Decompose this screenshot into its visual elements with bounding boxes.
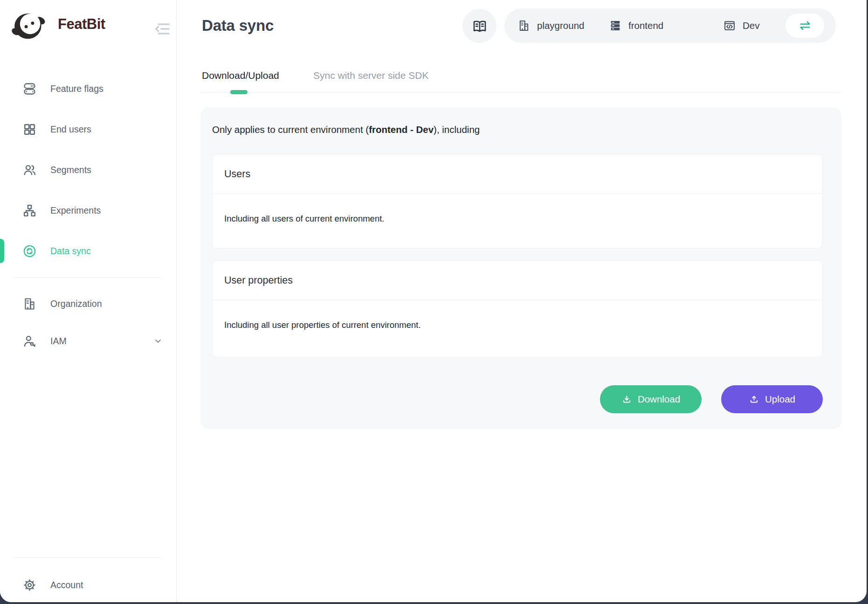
upload-button-label: Upload [765,394,795,405]
user-properties-card-title: User properties [213,261,822,300]
sidebar-item-iam[interactable]: IAM [0,329,176,353]
download-icon [621,394,632,405]
sidebar-item-data-sync[interactable]: Data sync [0,239,176,263]
upload-icon [749,394,759,405]
data-sync-panel: Only applies to current environment (fro… [200,107,841,429]
project-selector[interactable]: playground [517,8,584,43]
sidebar-item-account[interactable]: Account [0,573,176,597]
tabs-divider [200,92,841,93]
sidebar-item-end-users[interactable]: End users [0,117,176,141]
users-card: Users Including all users of current env… [212,154,823,249]
sidebar-item-label: Segments [50,165,91,175]
segments-icon [22,163,37,177]
swap-arrows-icon [798,19,812,33]
user-properties-card-description: Including all user properties of current… [213,300,822,330]
active-tab-indicator [230,90,248,94]
page-title: Data sync [202,17,274,35]
book-icon [471,18,488,35]
download-button[interactable]: Download [600,385,702,413]
featbit-logo-icon [10,9,48,41]
brand-header: FeatBit [9,8,168,42]
user-properties-card: User properties Including all user prope… [212,260,823,358]
building-icon [517,19,530,32]
sidebar-item-label: Experiments [50,205,101,216]
chevron-down-icon [153,336,163,346]
note-suffix: ), including [434,124,480,135]
note-prefix: Only applies to current environment ( [212,124,369,135]
documentation-button[interactable] [462,9,496,43]
project-name: playground [537,20,584,31]
environment-scope-note: Only applies to current environment (fro… [212,124,480,135]
active-nav-indicator [0,239,4,263]
sidebar-item-feature-flags[interactable]: Feature flags [0,76,176,101]
project-item-selector[interactable]: frontend [609,8,663,43]
sidebar-item-label: IAM [50,336,67,347]
project-item-name: frontend [628,20,663,31]
gear-icon [22,578,37,592]
context-switcher: playground frontend [504,8,836,43]
environment-selector[interactable]: Dev [723,8,759,43]
environment-name: Dev [743,20,759,31]
sidebar-divider [14,278,161,278]
sidebar: FeatBit F [0,0,177,602]
data-sync-icon [22,244,37,258]
users-card-description: Including all users of current environme… [213,194,822,224]
tab-download-upload[interactable]: Download/Upload [202,70,279,81]
sidebar-item-label: Organization [50,299,102,309]
code-window-icon [723,19,736,32]
server-stack-icon [609,19,622,32]
sidebar-item-label: Account [50,580,83,590]
brand-name: FeatBit [58,16,105,33]
organization-icon [22,297,37,311]
experiments-icon [22,203,37,218]
sidebar-item-label: Data sync [50,246,91,257]
sidebar-collapse-button[interactable] [153,21,172,37]
end-users-icon [22,122,37,137]
download-button-label: Download [638,394,680,405]
sidebar-item-segments[interactable]: Segments [0,158,176,182]
iam-icon [22,334,37,348]
sidebar-divider [14,557,161,558]
app-window: FeatBit F [0,0,867,602]
feature-flags-icon [22,82,37,96]
sidebar-item-experiments[interactable]: Experiments [0,198,176,222]
sidebar-item-organization[interactable]: Organization [0,292,176,316]
users-card-title: Users [213,154,822,194]
sidebar-item-label: Feature flags [50,83,103,94]
note-environment: frontend - Dev [369,124,434,135]
upload-button[interactable]: Upload [721,385,823,413]
switch-context-button[interactable] [785,14,824,38]
sidebar-item-label: End users [50,124,91,135]
tab-sync-server-sdk[interactable]: Sync with server side SDK [313,70,428,81]
